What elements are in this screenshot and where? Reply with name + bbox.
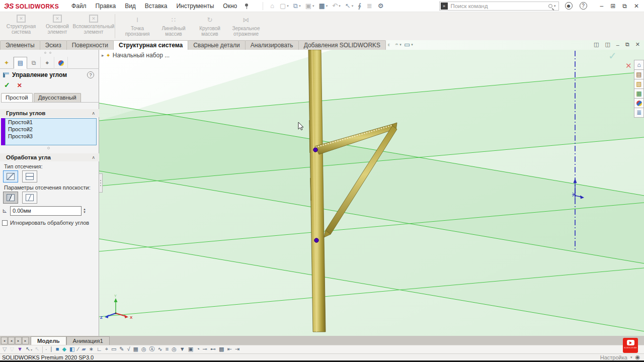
tree-item-label[interactable]: Начальный набор ... <box>113 52 170 59</box>
filter-hatch-icon[interactable]: ≡ <box>166 345 169 354</box>
tab-structure-system[interactable]: Структурная система <box>113 40 188 50</box>
filter-faces-icon[interactable]: ■ <box>56 345 60 354</box>
sheet-next-button[interactable]: ▸ <box>15 337 22 344</box>
menu-file[interactable]: Файл <box>67 1 91 11</box>
corner-treatment-header[interactable]: Обработка угла ᴧ <box>0 153 99 161</box>
filter-frame-icon[interactable]: ▣ <box>188 345 194 354</box>
search-dropdown-icon[interactable]: ▾ <box>554 4 556 8</box>
tab-model[interactable]: Модель <box>31 336 66 345</box>
filter-reference-points-icon[interactable]: ⌖ <box>105 345 109 354</box>
angle-group-item[interactable]: Простой1 <box>6 119 96 126</box>
filter-mesh-icon[interactable]: ▩ <box>219 345 224 354</box>
no-weld-gap-button[interactable] <box>22 192 37 204</box>
taskpane-appearances-icon[interactable]: ● <box>634 98 644 108</box>
filter-solid-bodies-icon[interactable]: ◧ <box>69 345 75 354</box>
open-icon[interactable]: ⧉▾ <box>293 2 301 10</box>
sheet-prev-button[interactable]: ◂ <box>8 337 15 344</box>
home-icon[interactable]: ⌂ <box>270 2 275 10</box>
taskpane-design-library-icon[interactable]: ▤ <box>634 69 644 79</box>
selection-filter-toggle-icon[interactable]: ▽ <box>3 345 7 354</box>
ribbon-pierce-point-button[interactable]: I Точка пронзания <box>119 13 155 40</box>
panel-help-icon[interactable]: ? <box>87 71 94 78</box>
ok-button[interactable]: ✓ <box>4 81 10 90</box>
displaymanager-tab[interactable]: ● <box>54 57 68 69</box>
pane-left-button[interactable]: ◫ <box>594 41 599 48</box>
menu-insert[interactable]: Вставка <box>140 1 172 11</box>
filter-annotations-icon[interactable]: ✎ <box>119 345 124 354</box>
filter-tables-icon[interactable]: ▦ <box>133 345 139 354</box>
toolbar-separator[interactable] <box>42 346 43 353</box>
options-gear-icon[interactable]: ⚙ <box>378 2 385 10</box>
apply-scene-icon[interactable]: ◓▾ <box>395 41 401 48</box>
feature-tree-flyout[interactable]: ▸ ✦ Начальный набор ... <box>102 52 170 59</box>
collapse-chevron-icon[interactable]: ᴧ <box>93 111 95 116</box>
minimize-button[interactable]: – <box>600 3 604 10</box>
search-input[interactable]: Поиск команд <box>451 3 548 9</box>
command-search[interactable]: » Поиск команд ▾ <box>439 2 559 11</box>
status-globe-icon[interactable]: ◉ <box>635 354 640 360</box>
weld-gap-button[interactable] <box>3 192 18 204</box>
filter-planes-icon[interactable]: ▰ <box>82 345 86 354</box>
filter-edges-icon[interactable]: ∣ <box>50 345 53 354</box>
filter-funnel-box-icon[interactable]: ▼ <box>180 345 186 354</box>
filter-tab-start-icon[interactable]: ⇤ <box>227 345 232 354</box>
filter-connector-icon[interactable]: ⊸ <box>203 345 208 354</box>
print-icon[interactable]: ▦▾ <box>318 2 328 10</box>
filter-curves-icon[interactable]: ∿ <box>158 345 163 354</box>
joint-point-bottom[interactable] <box>314 238 318 242</box>
cancel-button[interactable]: ✕ <box>17 82 22 90</box>
tab-two-segment[interactable]: Двусоставный <box>34 93 81 102</box>
menu-window[interactable]: Окно <box>218 1 242 11</box>
new-document-icon[interactable]: ▢▾ <box>280 2 289 10</box>
tab-weldments[interactable]: Сварные детали <box>188 40 246 50</box>
tab-surfaces[interactable]: Поверхности <box>66 40 114 50</box>
taskpane-view-palette-icon[interactable]: ▦ <box>634 88 644 99</box>
confirmation-ok-icon[interactable]: ✓ <box>608 50 617 62</box>
subscribe-button[interactable]: SUBSCRIBE <box>623 338 638 353</box>
close-button[interactable]: ✕ <box>634 3 639 10</box>
tab-features[interactable]: Элементы <box>0 40 40 50</box>
magnified-select-icon[interactable]: ↖ <box>35 345 40 354</box>
filter-tab-end-icon[interactable]: ⇥ <box>235 345 240 354</box>
confirmation-cancel-icon[interactable]: ✕ <box>625 61 632 70</box>
ribbon-secondary-member-button[interactable]: ✕ Вспомогательный элемент <box>75 13 112 40</box>
pane-right-button[interactable]: ◫ <box>605 41 610 48</box>
filter-connector2-icon[interactable]: ⊷ <box>210 345 216 354</box>
taskpane-home-icon[interactable]: ⌂ <box>634 60 644 70</box>
select-icon[interactable]: ↖▾ <box>345 2 353 10</box>
menu-edit[interactable]: Правка <box>91 1 121 11</box>
save-icon[interactable]: ▣▾ <box>305 2 314 10</box>
filter-vertices-icon[interactable]: ∙ <box>45 345 47 354</box>
undo-icon[interactable]: ↶▾ <box>332 2 340 10</box>
filter-text-icon[interactable]: Ⓐ <box>149 345 155 354</box>
edit-appearance-icon[interactable]: ◐ <box>387 41 392 48</box>
filter-magnify2-icon[interactable]: ◎ <box>172 345 177 354</box>
select-tool-icon[interactable]: ↖▾ <box>26 345 32 354</box>
attach-icon[interactable]: ∮ <box>358 2 362 10</box>
joint-point-top[interactable] <box>313 148 317 152</box>
offset-spinner[interactable]: ▲ ▼ <box>83 208 86 214</box>
tab-simple[interactable]: Простой <box>1 93 33 102</box>
tree-expander-icon[interactable]: ▸ <box>102 53 104 58</box>
tab-evaluate[interactable]: Анализировать <box>245 40 299 50</box>
restore-button[interactable]: ⧉ <box>622 3 627 10</box>
trim-planar-button[interactable] <box>22 170 37 183</box>
dimxpertmanager-tab[interactable]: ⌖ <box>41 57 54 69</box>
help-icon[interactable]: ? <box>580 2 587 10</box>
graphics-viewport[interactable]: Y X Z ▸ ✦ Начальный набор ... ✓ ✕ ⌂▤▧▦●≣ <box>99 50 644 336</box>
filter-stack-icon[interactable]: ▼ <box>17 345 23 354</box>
list-resize-grip[interactable] <box>47 147 50 149</box>
tab-solidworks-addins[interactable]: Добавления SOLIDWORKS <box>298 40 386 50</box>
filter-coordinate-systems-icon[interactable]: ∟ <box>97 345 103 354</box>
task-list-icon[interactable]: ≣ <box>367 2 373 10</box>
featuremanager-tab[interactable]: ✦ <box>0 57 14 69</box>
maximize-button[interactable]: ⊞ <box>610 3 615 10</box>
propertymanager-tab[interactable]: ▤ <box>14 57 27 69</box>
ribbon-circular-pattern-button[interactable]: ↻ Круговой массив <box>192 13 228 40</box>
ribbon-linear-pattern-button[interactable]: ∷ Линейный массив <box>155 13 192 40</box>
angle-groups-header[interactable]: Группы углов ᴧ <box>0 109 99 117</box>
configurationmanager-tab[interactable]: ⧉ <box>27 57 41 69</box>
tab-sketch[interactable]: Эскиз <box>40 40 67 50</box>
sheet-last-button[interactable]: ▸ <box>22 337 29 344</box>
clear-filters-icon[interactable]: ▽ <box>10 345 14 354</box>
